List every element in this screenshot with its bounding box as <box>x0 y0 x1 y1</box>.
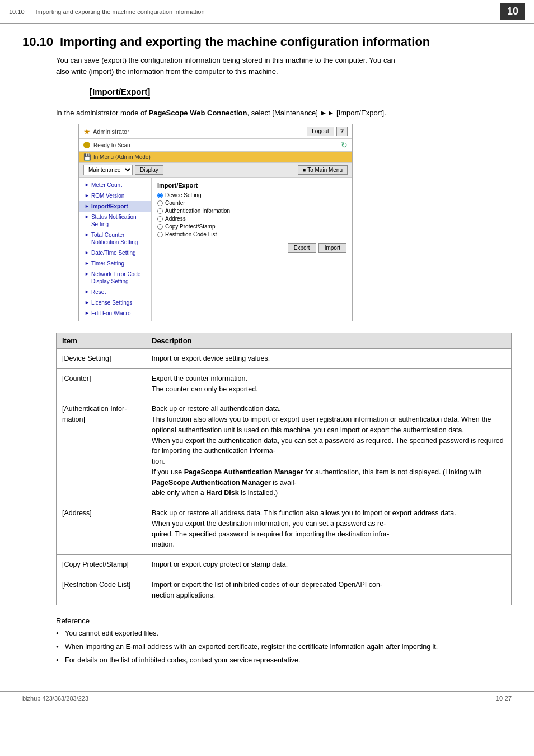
ss-radio-group: Device Setting Counter Authentication In… <box>157 192 346 237</box>
table-row: [Address] Back up or restore all address… <box>57 503 512 555</box>
ss-arrow-icon: ► <box>85 193 90 199</box>
ss-help-button[interactable]: ? <box>336 127 348 136</box>
ss-main-panel: Import/Export Device Setting Counter Aut… <box>152 178 352 321</box>
topbar-page-num: 10 <box>500 3 525 20</box>
ss-radio-restriction[interactable]: Restriction Code List <box>157 231 346 237</box>
col-description-header: Description <box>146 333 512 349</box>
ss-body: ► Meter Count ► ROM Version ► Import/Exp… <box>79 178 352 321</box>
footer-left: bizhub 423/363/283/223 <box>22 695 88 702</box>
ss-sidebar-item-total-counter[interactable]: ► Total Counter Notification Setting <box>79 230 151 248</box>
reference-section: Reference You cannot edit exported files… <box>56 617 512 665</box>
ss-sidebar-item-network-error[interactable]: ► Network Error Code Display Setting <box>79 269 151 287</box>
table-row-desc: Import or export the list of inhibited c… <box>146 575 512 605</box>
ss-maintenance-dropdown[interactable]: Maintenance <box>83 165 133 175</box>
ss-status-icon <box>83 142 90 148</box>
ss-refresh-icon[interactable]: ↻ <box>341 141 348 150</box>
ss-top-bar: ★ Administrator Logout ? <box>79 124 352 139</box>
ss-sidebar-item-reset[interactable]: ► Reset <box>79 287 151 297</box>
table-row: [Restriction Code List] Import or export… <box>57 575 512 605</box>
table-row: [Copy Protect/Stamp] Import or export co… <box>57 555 512 575</box>
ss-radio-restriction-input[interactable] <box>157 232 163 237</box>
ss-nav-bar: Maintenance Display ■ To Main Menu <box>79 163 352 178</box>
footer-right: 10-27 <box>496 695 512 702</box>
ss-radio-copy-protect[interactable]: Copy Protect/Stamp <box>157 223 346 230</box>
ss-sidebar-item-rom-version[interactable]: ► ROM Version <box>79 190 151 201</box>
table-row-desc: Back up or restore all address data. Thi… <box>146 503 512 555</box>
col-item-header: Item <box>57 333 146 349</box>
ss-export-button[interactable]: Export <box>288 243 316 253</box>
table-row-item: [Copy Protect/Stamp] <box>57 555 146 575</box>
ss-radio-copy-protect-input[interactable] <box>157 224 163 230</box>
ss-admin-label: ★ Administrator <box>83 127 129 136</box>
ss-radio-device-setting[interactable]: Device Setting <box>157 192 346 198</box>
ss-arrow-icon: ► <box>85 260 90 267</box>
ss-menu-text: In Menu (Admin Mode) <box>93 154 151 160</box>
instruction-after: , select [Maintenance] ►► [Import/Export… <box>247 109 386 117</box>
ss-arrow-icon: ► <box>85 271 90 278</box>
ss-radio-address[interactable]: Address <box>157 216 346 222</box>
ss-radio-counter[interactable]: Counter <box>157 200 346 206</box>
top-bar: 10.10 Importing and exporting the machin… <box>0 0 534 24</box>
main-content: 10.10 Importing and exporting the machin… <box>0 24 534 680</box>
ss-radio-device-setting-input[interactable] <box>157 193 163 198</box>
section-heading: 10.10 Importing and exporting the machin… <box>22 35 512 49</box>
ss-arrow-icon: ► <box>85 300 90 306</box>
heading-num: 10.10 <box>22 35 53 49</box>
table-row-desc: Import or export copy protect or stamp d… <box>146 555 512 575</box>
ss-panel-title: Import/Export <box>157 182 346 189</box>
table-row-item: [Address] <box>57 503 146 555</box>
instruction-text: In the administrator mode of PageScope W… <box>56 109 512 117</box>
ss-import-button[interactable]: Import <box>318 243 346 253</box>
subsection-title: [Import/Export] <box>90 87 150 99</box>
ss-sidebar-item-datetime[interactable]: ► Date/Time Setting <box>79 248 151 258</box>
topbar-section-num: 10.10 <box>9 8 25 15</box>
intro-line2: also write (import) the information from… <box>56 67 278 76</box>
ss-main-menu-button[interactable]: ■ To Main Menu <box>298 165 348 175</box>
ss-sidebar-item-license[interactable]: ► License Settings <box>79 297 151 308</box>
ss-radio-auth-info[interactable]: Authentication Information <box>157 208 346 214</box>
ss-status-bar: Ready to Scan ↻ <box>79 139 352 152</box>
list-item: When importing an E-mail address with an… <box>56 642 512 652</box>
reference-title: Reference <box>56 617 512 625</box>
list-item: For details on the list of inhibited cod… <box>56 655 512 666</box>
heading-title: Importing and exporting the machine conf… <box>60 35 430 49</box>
ss-radio-auth-input[interactable] <box>157 208 163 214</box>
table-row-desc: Back up or restore all authentication da… <box>146 399 512 503</box>
ss-status-text: Ready to Scan <box>93 142 130 148</box>
ss-sidebar-item-status-notification[interactable]: ► Status Notification Setting <box>79 212 151 230</box>
screenshot-container: ★ Administrator Logout ? Ready to Scan ↻… <box>78 124 353 321</box>
ss-radio-address-input[interactable] <box>157 216 163 222</box>
table-row: [Counter] Export the counter information… <box>57 368 512 399</box>
ss-admin-text: Administrator <box>93 128 129 135</box>
ss-radio-counter-input[interactable] <box>157 200 163 206</box>
ss-sidebar: ► Meter Count ► ROM Version ► Import/Exp… <box>79 178 152 321</box>
ss-arrow-icon: ► <box>85 250 90 256</box>
ss-logout-button[interactable]: Logout <box>307 127 334 136</box>
table-row: [Device Setting] Import or export device… <box>57 349 512 369</box>
page-footer: bizhub 423/363/283/223 10-27 <box>0 691 534 705</box>
instruction-bold: PageScope Web Connection <box>148 109 247 117</box>
ss-sidebar-item-import-export[interactable]: ► Import/Export <box>79 201 151 212</box>
instruction-before: In the administrator mode of <box>56 109 148 117</box>
ss-arrow-icon: ► <box>85 289 90 296</box>
topbar-section-title: Importing and exporting the machine conf… <box>36 8 495 15</box>
ss-arrow-icon: ► <box>85 182 90 189</box>
ss-sidebar-item-timer[interactable]: ► Timer Setting <box>79 258 151 269</box>
ss-action-buttons: Export Import <box>157 243 346 253</box>
table-row: [Authentication Infor-mation] Back up or… <box>57 399 512 503</box>
ss-arrow-icon: ► <box>85 214 90 221</box>
ss-arrow-icon: ► <box>85 203 90 210</box>
reference-table: Item Description [Device Setting] Import… <box>56 333 512 605</box>
list-item: You cannot edit exported files. <box>56 628 512 639</box>
ss-menu-bar: 💾 In Menu (Admin Mode) <box>79 152 352 163</box>
ss-sidebar-item-meter-count[interactable]: ► Meter Count <box>79 180 151 190</box>
intro-line1: You can save (export) the configuration … <box>56 56 395 64</box>
intro-text: You can save (export) the configuration … <box>56 55 512 77</box>
reference-list: You cannot edit exported files. When imp… <box>56 628 512 665</box>
ss-display-button[interactable]: Display <box>135 165 163 175</box>
table-row-desc: Export the counter information.The count… <box>146 368 512 399</box>
table-row-item: [Restriction Code List] <box>57 575 146 605</box>
table-row-desc: Import or export device setting values. <box>146 349 512 369</box>
ss-sidebar-item-font-macro[interactable]: ► Edit Font/Macro <box>79 308 151 319</box>
ss-arrow-icon: ► <box>85 310 90 317</box>
